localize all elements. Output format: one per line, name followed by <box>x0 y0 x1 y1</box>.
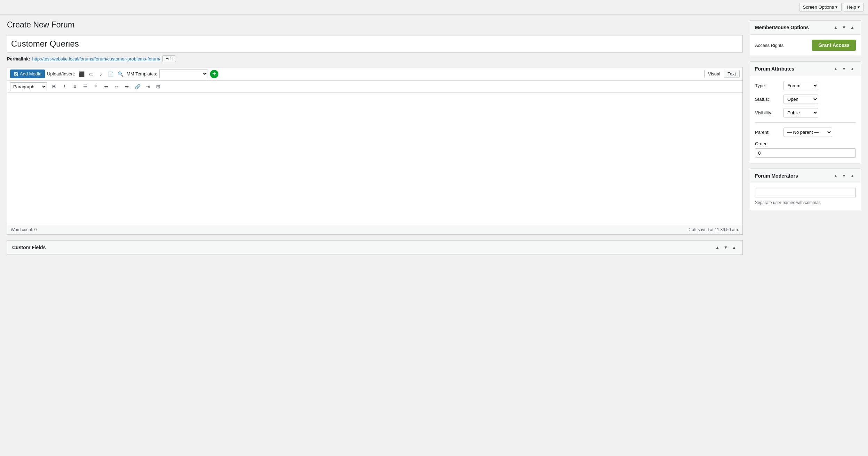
status-select[interactable]: Open Closed <box>783 95 818 104</box>
forum-moderators-title: Forum Moderators <box>755 173 798 179</box>
parent-label: Parent: <box>755 130 780 135</box>
parent-row: Parent: — No parent — <box>755 128 856 137</box>
italic-button[interactable]: I <box>59 82 69 91</box>
custom-fields-collapse-down-icon[interactable]: ▼ <box>722 244 729 251</box>
table-button[interactable]: ⊞ <box>153 82 163 91</box>
blockquote-button[interactable]: ❝ <box>91 82 101 91</box>
editor-toolbar-row2: Paragraph Heading 1 Heading 2 Heading 3 … <box>7 81 742 93</box>
fa-collapse-up-icon[interactable]: ▲ <box>832 65 839 72</box>
fm-collapse-up-icon[interactable]: ▲ <box>832 172 839 179</box>
membermouse-panel-title: MemberMouse Options <box>755 25 809 30</box>
align-center-button[interactable]: ↔ <box>112 82 121 91</box>
link-button[interactable]: 🔗 <box>132 82 142 91</box>
image-upload-icon[interactable]: ⬛ <box>77 70 86 78</box>
fa-minimize-icon[interactable]: ▲ <box>849 65 856 72</box>
help-button[interactable]: Help ▾ <box>843 3 864 11</box>
add-media-icon: 🖼 <box>14 71 18 76</box>
mm-collapse-up-icon[interactable]: ▲ <box>832 24 839 31</box>
add-media-button[interactable]: 🖼 Add Media <box>10 70 45 78</box>
add-media-label: Add Media <box>20 71 41 76</box>
type-label: Type: <box>755 83 780 88</box>
permalink-link[interactable]: http://test-website.local/forums/forum/c… <box>32 56 160 62</box>
sidebar-column: MemberMouse Options ▲ ▼ ▲ Access Rights … <box>750 20 861 448</box>
mm-templates-select[interactable] <box>159 70 208 78</box>
editor-toolbar-row1: 🖼 Add Media Upload/Insert: ⬛ ▭ ♪ 📄 🔍 MM … <box>7 67 742 81</box>
forum-moderators-body: Separate user-names with commas <box>750 183 861 210</box>
attrs-divider <box>755 122 856 123</box>
editor-footer: Word count: 0 Draft saved at 11:39:50 am… <box>7 225 742 234</box>
editor-box: 🖼 Add Media Upload/Insert: ⬛ ▭ ♪ 📄 🔍 MM … <box>7 67 743 235</box>
forum-moderators-controls: ▲ ▼ ▲ <box>832 172 856 179</box>
custom-fields-controls: ▲ ▼ ▲ <box>714 244 738 251</box>
main-column: Create New Forum Permalink: http://test-… <box>7 20 743 448</box>
type-select[interactable]: Forum Category Link <box>783 81 818 90</box>
bold-button[interactable]: B <box>49 82 59 91</box>
file-upload-icon[interactable]: 📄 <box>106 70 115 78</box>
status-label: Status: <box>755 97 780 102</box>
screen-options-chevron-icon: ▾ <box>835 5 838 10</box>
video-upload-icon[interactable]: ▭ <box>87 70 95 78</box>
visibility-select[interactable]: Public Private Hidden <box>783 108 818 117</box>
indent-button[interactable]: ⇥ <box>143 82 153 91</box>
custom-fields-collapse-up-icon[interactable]: ▲ <box>714 244 721 251</box>
forum-attributes-header[interactable]: Forum Attributes ▲ ▼ ▲ <box>750 62 861 76</box>
screen-options-button[interactable]: Screen Options ▾ <box>799 3 842 11</box>
parent-select[interactable]: — No parent — <box>783 128 832 137</box>
upload-icons: ⬛ ▭ ♪ 📄 🔍 <box>77 70 124 78</box>
custom-fields-header[interactable]: Custom Fields ▲ ▼ ▲ <box>7 241 742 255</box>
draft-saved: Draft saved at 11:39:50 am. <box>688 227 739 232</box>
page-wrap: Create New Forum Permalink: http://test-… <box>0 15 868 453</box>
page-title: Create New Forum <box>7 20 743 30</box>
access-rights-row: Access Rights Grant Access <box>755 40 856 51</box>
moderator-hint: Separate user-names with commas <box>755 200 856 205</box>
type-row: Type: Forum Category Link <box>755 81 856 90</box>
help-chevron-icon: ▾ <box>858 5 860 10</box>
mm-add-button[interactable]: + <box>210 70 218 78</box>
mm-minimize-icon[interactable]: ▲ <box>849 24 856 31</box>
forum-moderators-panel: Forum Moderators ▲ ▼ ▲ Separate user-nam… <box>750 169 861 210</box>
forum-moderators-header[interactable]: Forum Moderators ▲ ▼ ▲ <box>750 169 861 183</box>
visual-text-tabs: Visual Text <box>704 70 740 78</box>
membermouse-panel-header[interactable]: MemberMouse Options ▲ ▼ ▲ <box>750 21 861 35</box>
membermouse-panel-controls: ▲ ▼ ▲ <box>832 24 856 31</box>
align-right-button[interactable]: ➡ <box>122 82 132 91</box>
forum-title-input[interactable] <box>7 35 743 52</box>
order-label: Order: <box>755 141 856 146</box>
search-upload-icon[interactable]: 🔍 <box>116 70 124 78</box>
text-tab[interactable]: Text <box>724 70 740 78</box>
fm-collapse-down-icon[interactable]: ▼ <box>841 172 847 179</box>
membermouse-panel: MemberMouse Options ▲ ▼ ▲ Access Rights … <box>750 20 861 56</box>
visual-tab[interactable]: Visual <box>704 70 724 78</box>
top-bar: Screen Options ▾ Help ▾ <box>0 0 868 15</box>
permalink-edit-button[interactable]: Edit <box>162 55 176 62</box>
audio-upload-icon[interactable]: ♪ <box>97 70 105 78</box>
grant-access-button[interactable]: Grant Access <box>812 40 856 51</box>
screen-options-label: Screen Options <box>803 5 834 10</box>
unordered-list-button[interactable]: ≡ <box>70 82 80 91</box>
forum-attributes-title: Forum Attributes <box>755 66 794 72</box>
order-input[interactable] <box>755 148 856 158</box>
permalink-row: Permalink: http://test-website.local/for… <box>7 55 743 62</box>
status-row: Status: Open Closed <box>755 95 856 104</box>
word-count: Word count: 0 <box>11 227 37 232</box>
forum-attributes-panel: Forum Attributes ▲ ▼ ▲ Type: Forum Categ… <box>750 62 861 163</box>
access-rights-label: Access Rights <box>755 43 783 48</box>
align-left-button[interactable]: ⬅ <box>101 82 111 91</box>
moderator-input[interactable] <box>755 188 856 197</box>
order-row: Order: <box>755 141 856 158</box>
visibility-row: Visibility: Public Private Hidden <box>755 108 856 117</box>
fa-collapse-down-icon[interactable]: ▼ <box>841 65 847 72</box>
mm-collapse-down-icon[interactable]: ▼ <box>841 24 847 31</box>
custom-fields-title: Custom Fields <box>12 245 46 250</box>
visibility-label: Visibility: <box>755 110 780 115</box>
upload-insert-label: Upload/Insert: <box>47 71 75 76</box>
forum-attributes-controls: ▲ ▼ ▲ <box>832 65 856 72</box>
custom-fields-box: Custom Fields ▲ ▼ ▲ <box>7 240 743 255</box>
ordered-list-button[interactable]: ☰ <box>80 82 90 91</box>
fm-minimize-icon[interactable]: ▲ <box>849 172 856 179</box>
custom-fields-minimize-icon[interactable]: ▲ <box>731 244 738 251</box>
format-select[interactable]: Paragraph Heading 1 Heading 2 Heading 3 … <box>10 82 47 91</box>
mm-templates-label: MM Templates: <box>127 71 157 76</box>
editor-content-area[interactable] <box>7 93 742 225</box>
help-label: Help <box>847 5 856 10</box>
